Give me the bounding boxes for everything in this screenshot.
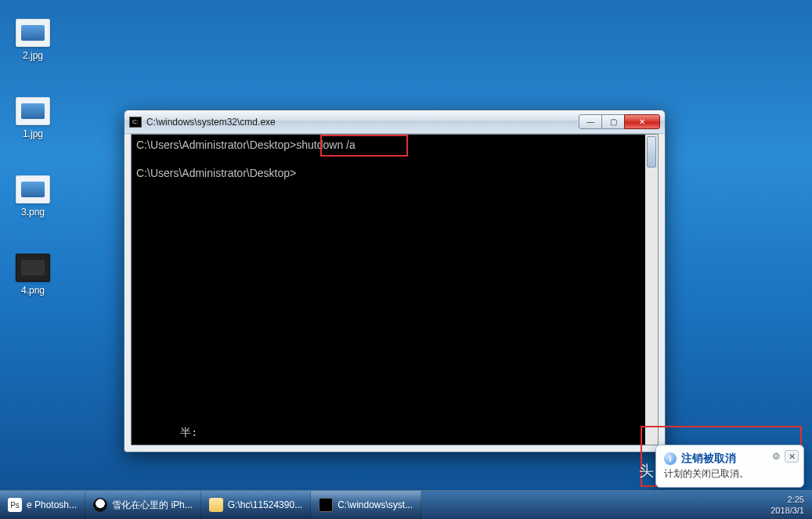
tray-date: 2018/3/1 (770, 505, 804, 516)
close-button[interactable]: ✕ (624, 114, 660, 129)
desktop-icon[interactable]: 1.jpg (3, 97, 63, 139)
balloon-body: 计划的关闭已取消。 (664, 467, 796, 481)
cmd-icon: C: (129, 117, 142, 128)
close-icon[interactable]: ✕ (785, 450, 799, 463)
maximize-button[interactable]: ▢ (601, 114, 625, 129)
folder-icon (209, 498, 223, 512)
prompt: C:\Users\Administrator\Desktop> (136, 167, 296, 179)
minimize-button[interactable]: — (579, 114, 602, 129)
ime-indicator: 半: (180, 426, 197, 440)
settings-icon[interactable]: ⚙ (770, 451, 781, 462)
titlebar[interactable]: C: C:\windows\system32\cmd.exe — ▢ ✕ (125, 110, 665, 134)
taskbar-item-label: C:\windows\syst... (337, 499, 413, 510)
taskbar-item-label: 雪化在心里的 iPh... (112, 499, 193, 512)
command-text: shutdown /a (296, 139, 355, 151)
cmd-window[interactable]: C: C:\windows\system32\cmd.exe — ▢ ✕ C:\… (124, 110, 666, 452)
desktop-icon-label: 3.png (3, 207, 63, 218)
desktop-icon-label: 4.png (3, 285, 63, 296)
taskbar-item[interactable]: Ps e Photosh... (0, 491, 85, 519)
prompt: C:\Users\Administrator\Desktop> (136, 139, 296, 151)
window-title: C:\windows\system32\cmd.exe (146, 117, 575, 128)
desktop-icon-label: 2.jpg (3, 50, 63, 61)
terminal-area[interactable]: C:\Users\Administrator\Desktop>shutdown … (131, 134, 659, 445)
tray-clock[interactable]: 2:25 2018/3/1 (770, 494, 804, 516)
taskbar-item-label: G:\hc\11524390... (228, 499, 302, 510)
taskbar[interactable]: Ps e Photosh... 雪化在心里的 iPh... G:\hc\1152… (0, 490, 812, 519)
scrollbar-thumb[interactable] (647, 136, 656, 168)
notification-balloon[interactable]: ⚙ ✕ i 注销被取消 计划的关闭已取消。 (655, 445, 804, 488)
app-icon: Ps (8, 498, 22, 512)
desktop-icon[interactable]: 4.png (3, 254, 63, 296)
info-icon: i (664, 452, 677, 465)
balloon-title: 注销被取消 (681, 452, 736, 466)
desktop-icon[interactable]: 3.png (3, 175, 63, 218)
taskbar-item[interactable]: C:\windows\syst... (311, 491, 421, 519)
scrollbar[interactable] (645, 135, 658, 445)
desktop-icon[interactable]: 2.jpg (3, 19, 63, 61)
taskbar-item[interactable]: G:\hc\11524390... (201, 491, 311, 519)
taskbar-item[interactable]: 雪化在心里的 iPh... (85, 491, 201, 519)
taskbar-item-label: e Photosh... (27, 499, 77, 510)
cmd-icon (319, 498, 333, 512)
tray-time: 2:25 (770, 494, 804, 505)
desktop-icon-label: 1.jpg (3, 128, 63, 139)
system-tray[interactable]: 2:25 2018/3/1 (763, 491, 812, 519)
qq-icon (93, 498, 107, 512)
